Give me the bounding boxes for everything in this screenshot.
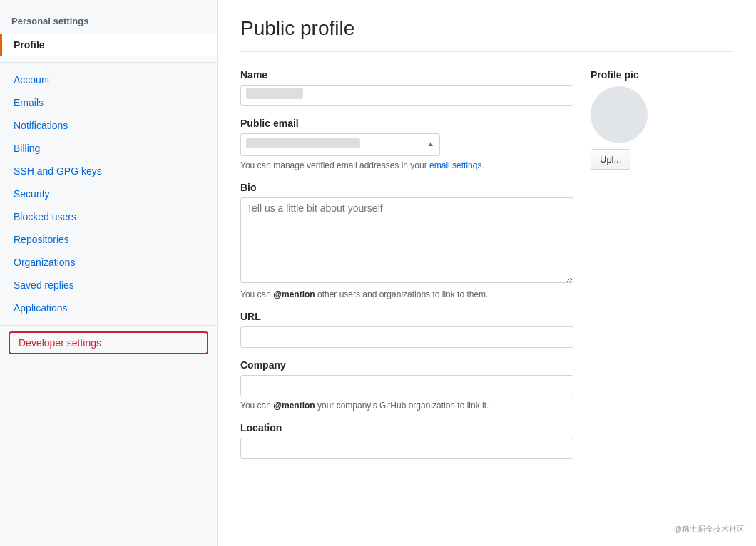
email-settings-link[interactable]: email settings: [429, 160, 481, 170]
public-email-label: Public email: [240, 118, 573, 129]
sidebar-item-organizations[interactable]: Organizations: [0, 251, 217, 274]
public-email-group: Public email ▲ You can manage verified e…: [240, 118, 573, 170]
bio-input[interactable]: [240, 197, 573, 283]
sidebar-item-developer-settings[interactable]: Developer settings: [9, 331, 208, 354]
sidebar-divider-1: [0, 62, 217, 63]
location-label: Location: [240, 422, 573, 433]
sidebar-divider-2: [0, 325, 217, 326]
sidebar-item-security[interactable]: Security: [0, 182, 217, 205]
sidebar-item-repositories[interactable]: Repositories: [0, 228, 217, 251]
sidebar-item-emails[interactable]: Emails: [0, 91, 217, 114]
name-input-wrapper: [240, 85, 573, 106]
url-group: URL: [240, 311, 573, 348]
email-select[interactable]: [240, 133, 440, 156]
name-group: Name: [240, 69, 573, 106]
profile-pic-label: Profile pic: [591, 69, 733, 81]
main-content: Public profile Name Public email: [218, 0, 756, 546]
watermark: @稀土掘金技术社区: [674, 524, 745, 535]
name-label: Name: [240, 69, 573, 81]
location-input[interactable]: [240, 438, 573, 459]
company-help-text: You can @mention your company's GitHub o…: [240, 401, 573, 411]
sidebar-item-account[interactable]: Account: [0, 68, 217, 91]
sidebar-item-applications[interactable]: Applications: [0, 297, 217, 319]
email-select-wrapper: ▲: [240, 133, 440, 156]
location-group: Location: [240, 422, 573, 459]
page-title: Public profile: [240, 17, 733, 52]
upload-photo-button[interactable]: Upl...: [591, 149, 630, 170]
url-label: URL: [240, 311, 573, 322]
sidebar: Personal settings Profile Account Emails…: [0, 0, 218, 546]
name-blur-overlay: [246, 88, 303, 99]
sidebar-item-blocked-users[interactable]: Blocked users: [0, 205, 217, 228]
sidebar-item-ssh-gpg-keys[interactable]: SSH and GPG keys: [0, 160, 217, 182]
form-right: Profile pic Upl...: [591, 69, 733, 470]
company-group: Company You can @mention your company's …: [240, 359, 573, 411]
form-left: Name Public email ▲ You can manage ve: [240, 69, 573, 470]
bio-help-text: You can @mention other users and organiz…: [240, 289, 573, 299]
sidebar-item-profile[interactable]: Profile: [0, 34, 217, 56]
sidebar-header: Personal settings: [0, 11, 217, 34]
sidebar-item-notifications[interactable]: Notifications: [0, 114, 217, 137]
bio-group: Bio You can @mention other users and org…: [240, 182, 573, 299]
avatar: [591, 86, 648, 143]
company-input[interactable]: [240, 375, 573, 396]
email-help-text: You can manage verified email addresses …: [240, 160, 573, 170]
sidebar-item-billing[interactable]: Billing: [0, 137, 217, 160]
form-row: Name Public email ▲ You can manage ve: [240, 69, 733, 470]
bio-label: Bio: [240, 182, 573, 193]
sidebar-item-saved-replies[interactable]: Saved replies: [0, 274, 217, 297]
url-input[interactable]: [240, 326, 573, 348]
company-label: Company: [240, 359, 573, 371]
